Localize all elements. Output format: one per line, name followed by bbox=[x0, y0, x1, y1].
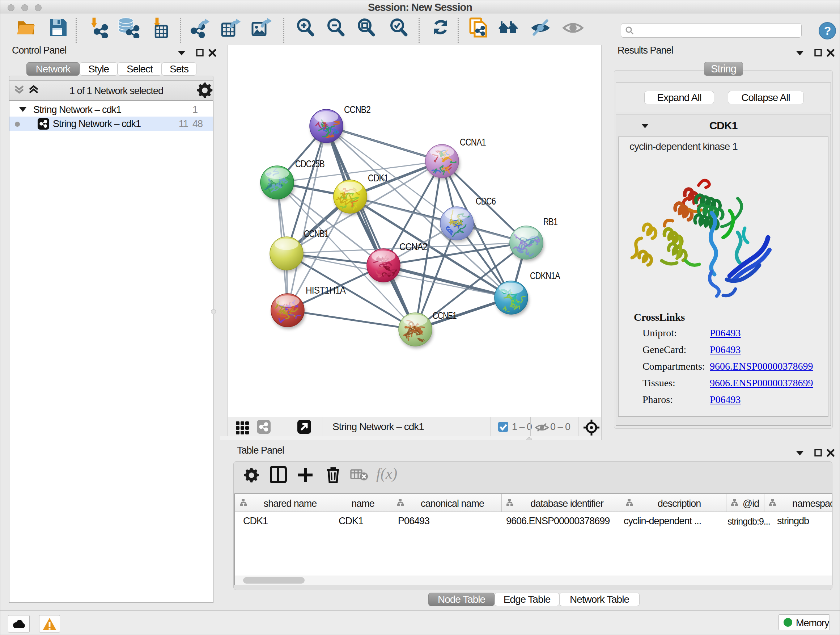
svg-text:CCNB2: CCNB2 bbox=[344, 104, 370, 115]
svg-text:RB1: RB1 bbox=[543, 216, 557, 227]
svg-text:CCNB1: CCNB1 bbox=[304, 228, 328, 239]
svg-text:CDC6: CDC6 bbox=[476, 195, 496, 207]
svg-text:CDK1: CDK1 bbox=[368, 172, 388, 184]
svg-text:HIST1H1A: HIST1H1A bbox=[306, 285, 346, 296]
svg-text:CCNA1: CCNA1 bbox=[460, 136, 486, 148]
svg-text:?: ? bbox=[824, 24, 831, 37]
svg-text:CDKN1A: CDKN1A bbox=[530, 270, 561, 281]
svg-text:CCNE1: CCNE1 bbox=[433, 310, 456, 321]
svg-text:CCNA2: CCNA2 bbox=[399, 241, 427, 252]
svg-text:CDC25B: CDC25B bbox=[295, 158, 325, 169]
